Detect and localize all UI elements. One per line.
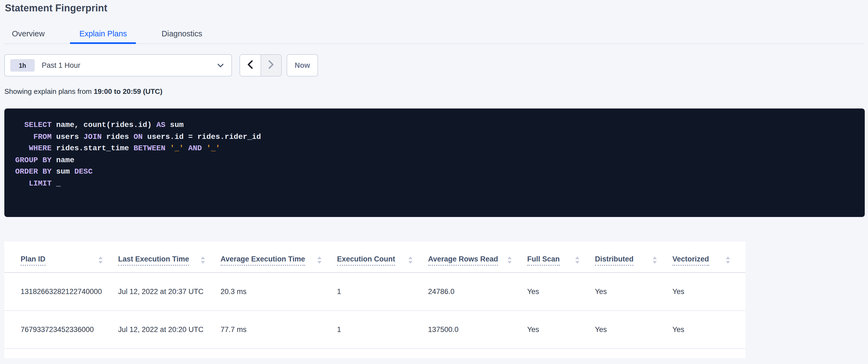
- chevron-down-icon: [217, 63, 224, 67]
- column-header-label: Plan ID: [21, 255, 45, 265]
- table-row: 13182663282122740000Jul 12, 2022 at 20:3…: [4, 273, 746, 311]
- cell-vectorized: Yes: [673, 326, 746, 334]
- sql-line: FROM users JOIN rides ON users.id = ride…: [15, 131, 865, 143]
- sql-line: ORDER BY sum DESC: [15, 166, 865, 178]
- cell-plan-id: 767933723452336000: [21, 326, 118, 334]
- sql-line: LIMIT _: [15, 178, 865, 189]
- sql-statement-block: SELECT name, count(rides.id) AS sum FROM…: [4, 109, 865, 217]
- cell-average-execution-time: 20.3 ms: [220, 287, 337, 296]
- cell-vectorized: Yes: [673, 287, 746, 296]
- page-title: Statement Fingerprint: [5, 3, 107, 14]
- sql-line: SELECT name, count(rides.id) AS sum: [15, 119, 865, 131]
- next-range-button[interactable]: [261, 55, 281, 76]
- chevron-right-icon: [268, 60, 274, 71]
- cell-average-rows-read: 24786.0: [428, 287, 527, 296]
- prev-range-button[interactable]: [240, 55, 261, 76]
- table-row: 767933723452336000Jul 12, 2022 at 20:20 …: [4, 311, 746, 349]
- sort-icon: [200, 257, 205, 264]
- now-button[interactable]: Now: [287, 54, 318, 77]
- tab-bar: OverviewExplain PlansDiagnostics: [4, 24, 864, 44]
- cell-last-execution-time: Jul 12, 2022 at 20:20 UTC: [118, 326, 220, 334]
- range-summary: Showing explain plans from 19:00 to 20:5…: [4, 87, 162, 95]
- sql-line: WHERE rides.start_time BETWEEN '_' AND '…: [15, 143, 865, 154]
- column-header-distributed[interactable]: Distributed: [595, 255, 673, 265]
- sort-icon: [725, 257, 731, 264]
- column-header-last-execution-time[interactable]: Last Execution Time: [118, 255, 220, 265]
- column-header-label: Average Execution Time: [220, 255, 305, 265]
- chevron-left-icon: [247, 60, 253, 71]
- table-body: 13182663282122740000Jul 12, 2022 at 20:3…: [4, 273, 746, 349]
- column-header-average-execution-time[interactable]: Average Execution Time: [220, 255, 337, 265]
- plans-table-card: Plan IDLast Execution TimeAverage Execut…: [4, 242, 746, 358]
- sort-icon: [408, 257, 413, 264]
- cell-execution-count: 1: [337, 287, 428, 296]
- column-header-label: Average Rows Read: [428, 255, 498, 265]
- cell-distributed: Yes: [595, 287, 673, 296]
- time-preset-badge: 1h: [10, 59, 35, 72]
- column-header-label: Last Execution Time: [118, 255, 189, 265]
- sort-icon: [652, 257, 657, 264]
- sort-icon: [507, 257, 512, 264]
- column-header-full-scan[interactable]: Full Scan: [527, 255, 595, 265]
- cell-full-scan: Yes: [527, 287, 595, 296]
- cell-execution-count: 1: [337, 326, 428, 334]
- tab-diagnostics[interactable]: Diagnostics: [162, 24, 203, 44]
- column-header-label: Full Scan: [527, 255, 560, 265]
- tab-explain-plans[interactable]: Explain Plans: [80, 24, 127, 44]
- column-header-label: Execution Count: [337, 255, 395, 265]
- range-summary-prefix: Showing explain plans from: [4, 87, 94, 95]
- statement-fingerprint-page: Statement Fingerprint OverviewExplain Pl…: [0, 0, 868, 364]
- cell-average-execution-time: 77.7 ms: [220, 326, 337, 334]
- sql-line: GROUP BY name: [15, 154, 865, 166]
- column-header-execution-count[interactable]: Execution Count: [337, 255, 428, 265]
- sort-icon: [98, 257, 103, 264]
- cell-plan-id: 13182663282122740000: [21, 287, 118, 296]
- sort-icon: [317, 257, 322, 264]
- column-header-average-rows-read[interactable]: Average Rows Read: [428, 255, 527, 265]
- column-header-label: Vectorized: [673, 255, 709, 265]
- sort-icon: [575, 257, 580, 264]
- time-range-select[interactable]: 1h Past 1 Hour: [4, 54, 232, 77]
- cell-average-rows-read: 137500.0: [428, 326, 527, 334]
- cell-distributed: Yes: [595, 326, 673, 334]
- time-range-arrows: [240, 54, 282, 77]
- time-range-label: Past 1 Hour: [42, 61, 81, 69]
- time-controls: 1h Past 1 Hour Now: [4, 54, 318, 77]
- table-header-row: Plan IDLast Execution TimeAverage Execut…: [4, 242, 746, 273]
- tab-overview[interactable]: Overview: [12, 24, 45, 44]
- column-header-plan-id[interactable]: Plan ID: [21, 255, 118, 265]
- column-header-vectorized[interactable]: Vectorized: [673, 255, 746, 265]
- cell-full-scan: Yes: [527, 326, 595, 334]
- range-summary-range: 19:00 to 20:59 (UTC): [94, 87, 162, 95]
- cell-last-execution-time: Jul 12, 2022 at 20:37 UTC: [118, 287, 220, 296]
- column-header-label: Distributed: [595, 255, 634, 265]
